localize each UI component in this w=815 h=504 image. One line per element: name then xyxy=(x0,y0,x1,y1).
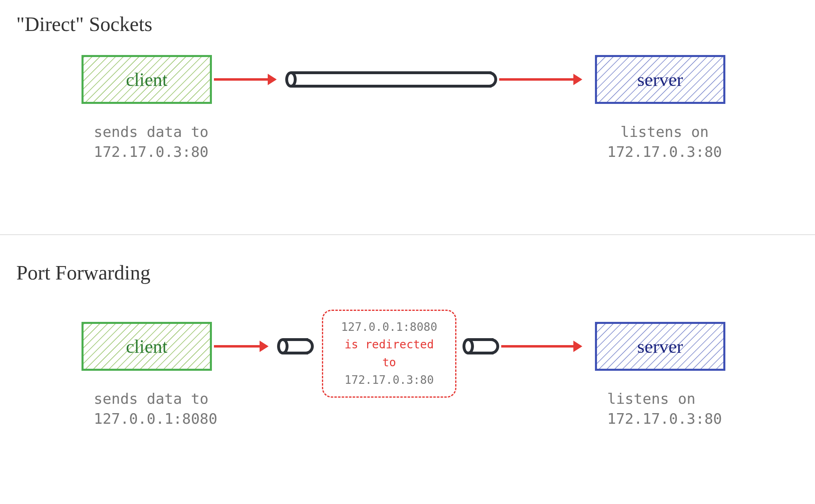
section-divider xyxy=(0,234,815,235)
client-label-2: client xyxy=(126,336,167,357)
redirect-to: 172.17.0.3:80 xyxy=(335,371,444,389)
arrow-2b xyxy=(501,345,581,348)
server-label-2: server xyxy=(637,336,683,357)
arrow-1b xyxy=(499,78,581,81)
arrow-2a xyxy=(214,345,267,348)
redirect-from: 127.0.0.1:8080 xyxy=(335,318,444,336)
pipe-1 xyxy=(285,71,497,88)
client-box-1: client xyxy=(82,55,212,104)
server-caption-1: listens on 172.17.0.3:80 xyxy=(607,122,722,162)
client-caption-2: sends data to 127.0.0.1:8080 xyxy=(94,389,217,429)
pipe-2-left xyxy=(277,338,314,354)
arrow-1a xyxy=(214,78,275,81)
server-box-2: server xyxy=(595,322,725,371)
redirect-box: 127.0.0.1:8080 is redirected to 172.17.0… xyxy=(322,310,456,398)
client-box-2: client xyxy=(82,322,212,371)
client-label-1: client xyxy=(126,69,167,90)
server-box-1: server xyxy=(595,55,725,104)
pipe-2-right xyxy=(463,338,499,354)
redirect-mid: is redirected to xyxy=(335,336,444,371)
section1-title: "Direct" Sockets xyxy=(16,12,152,36)
server-caption-2: listens on 172.17.0.3:80 xyxy=(607,389,722,429)
server-label-1: server xyxy=(637,69,683,90)
client-caption-1: sends data to 172.17.0.3:80 xyxy=(94,122,209,162)
section2-title: Port Forwarding xyxy=(16,261,150,284)
